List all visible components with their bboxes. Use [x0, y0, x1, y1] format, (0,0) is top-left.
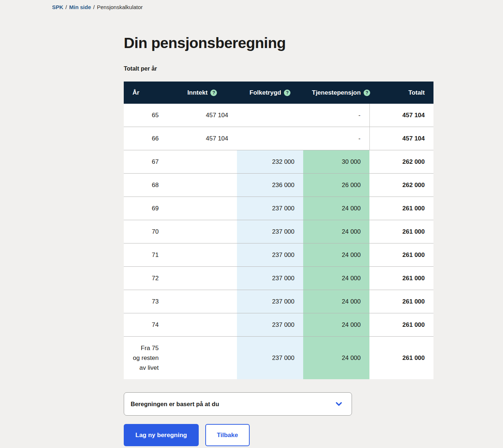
- table-body: 65457 104-457 10466457 104-457 10467232 …: [124, 104, 433, 379]
- accordion-label: Beregningen er basert på at du: [131, 401, 219, 408]
- column-header-label: Folketrygd: [250, 89, 281, 96]
- table-row: 65457 104-457 104: [124, 104, 433, 127]
- cell-totalt: 261 000: [369, 267, 433, 290]
- table-row: 68236 00026 000262 000: [124, 174, 433, 197]
- cell-totalt: 261 000: [369, 197, 433, 220]
- cell-tjenestepensjon: 26 000: [303, 174, 369, 197]
- cell-totalt: 261 000: [369, 313, 433, 337]
- breadcrumb-separator: /: [66, 4, 67, 10]
- cell-inntekt: [167, 220, 237, 243]
- table-row: 73237 00024 000261 000: [124, 290, 433, 313]
- cell-inntekt: [167, 290, 237, 313]
- cell-tjenestepensjon: 24 000: [303, 313, 369, 337]
- cell-inntekt: [167, 150, 237, 174]
- cell-totalt: 262 000: [369, 174, 433, 197]
- cell-totalt: 261 000: [369, 337, 433, 380]
- table-header-row: ÅrInntekt?Folketrygd?Tjenestepensjon?Tot…: [124, 82, 433, 104]
- main-content: Din pensjonsberegning Totalt per år ÅrIn…: [124, 34, 433, 446]
- cell-ar: 71: [124, 243, 167, 267]
- column-header-folketrygd: Folketrygd?: [237, 82, 303, 104]
- chevron-down-icon: [334, 399, 344, 409]
- cell-folketrygd: 237 000: [237, 290, 303, 313]
- cell-ar: 70: [124, 220, 167, 243]
- new-calculation-button[interactable]: Lag ny beregning: [124, 424, 199, 446]
- page-title: Din pensjonsberegning: [124, 34, 433, 52]
- cell-totalt: 261 000: [369, 220, 433, 243]
- cell-ar: 74: [124, 313, 167, 337]
- cell-inntekt: [167, 313, 237, 337]
- breadcrumb: SPK/Min side/Pensjonskalkulator: [52, 0, 503, 11]
- cell-ar: 72: [124, 267, 167, 290]
- cell-folketrygd: 232 000: [237, 150, 303, 174]
- cell-folketrygd: 237 000: [237, 267, 303, 290]
- table-row: 70237 00024 000261 000: [124, 220, 433, 243]
- cell-ar: 66: [124, 127, 167, 150]
- table-row: 71237 00024 000261 000: [124, 243, 433, 267]
- column-header-label: År: [132, 89, 139, 96]
- cell-folketrygd: 236 000: [237, 174, 303, 197]
- cell-folketrygd: [237, 104, 303, 127]
- breadcrumb-link-min-side[interactable]: Min side: [69, 4, 91, 10]
- back-button[interactable]: Tilbake: [205, 424, 250, 446]
- column-header-tjenestepensjon: Tjenestepensjon?: [303, 82, 369, 104]
- action-buttons: Lag ny beregning Tilbake: [124, 424, 433, 446]
- pension-table: ÅrInntekt?Folketrygd?Tjenestepensjon?Tot…: [124, 82, 433, 379]
- cell-tjenestepensjon: 24 000: [303, 267, 369, 290]
- cell-tjenestepensjon: 24 000: [303, 290, 369, 313]
- cell-ar: 65: [124, 104, 167, 127]
- table-caption: Totalt per år: [124, 65, 433, 72]
- cell-ar: 73: [124, 290, 167, 313]
- breadcrumb-link-spk[interactable]: SPK: [52, 4, 63, 10]
- table-row: 74237 00024 000261 000: [124, 313, 433, 337]
- cell-totalt: 457 104: [369, 127, 433, 150]
- cell-tjenestepensjon: 30 000: [303, 150, 369, 174]
- cell-inntekt: [167, 174, 237, 197]
- cell-tjenestepensjon: -: [303, 104, 369, 127]
- cell-inntekt: [167, 197, 237, 220]
- help-icon[interactable]: ?: [284, 90, 290, 96]
- column-header-label: Totalt: [408, 89, 425, 96]
- cell-tjenestepensjon: -: [303, 127, 369, 150]
- cell-ar: 68: [124, 174, 167, 197]
- column-header-ar: År: [124, 82, 167, 104]
- table-row: 66457 104-457 104: [124, 127, 433, 150]
- help-icon[interactable]: ?: [364, 90, 370, 96]
- cell-totalt: 261 000: [369, 290, 433, 313]
- cell-folketrygd: 237 000: [237, 337, 303, 380]
- cell-totalt: 262 000: [369, 150, 433, 174]
- cell-inntekt: 457 104: [167, 104, 237, 127]
- cell-folketrygd: 237 000: [237, 220, 303, 243]
- cell-tjenestepensjon: 24 000: [303, 220, 369, 243]
- cell-totalt: 261 000: [369, 243, 433, 267]
- cell-inntekt: [167, 337, 237, 380]
- help-icon[interactable]: ?: [210, 90, 217, 96]
- cell-ar: 67: [124, 150, 167, 174]
- cell-inntekt: [167, 267, 237, 290]
- cell-totalt: 457 104: [369, 104, 433, 127]
- accordion-calculation-basis[interactable]: Beregningen er basert på at du: [124, 392, 352, 416]
- cell-folketrygd: [237, 127, 303, 150]
- column-header-label: Tjenestepensjon: [312, 89, 361, 96]
- cell-inntekt: [167, 243, 237, 267]
- table-row: 69237 00024 000261 000: [124, 197, 433, 220]
- cell-folketrygd: 237 000: [237, 197, 303, 220]
- cell-tjenestepensjon: 24 000: [303, 337, 369, 380]
- breadcrumb-current-page: Pensjonskalkulator: [97, 4, 143, 10]
- table-row: 67232 00030 000262 000: [124, 150, 433, 174]
- table-row: Fra 75 og resten av livet237 00024 00026…: [124, 337, 433, 380]
- cell-ar: Fra 75 og resten av livet: [124, 337, 167, 380]
- table-row: 72237 00024 000261 000: [124, 267, 433, 290]
- cell-ar: 69: [124, 197, 167, 220]
- breadcrumb-separator: /: [93, 4, 95, 10]
- column-header-inntekt: Inntekt?: [167, 82, 237, 104]
- cell-folketrygd: 237 000: [237, 313, 303, 337]
- cell-folketrygd: 237 000: [237, 243, 303, 267]
- column-header-totalt: Totalt: [369, 82, 433, 104]
- cell-tjenestepensjon: 24 000: [303, 197, 369, 220]
- column-header-label: Inntekt: [187, 89, 208, 96]
- cell-tjenestepensjon: 24 000: [303, 243, 369, 267]
- cell-inntekt: 457 104: [167, 127, 237, 150]
